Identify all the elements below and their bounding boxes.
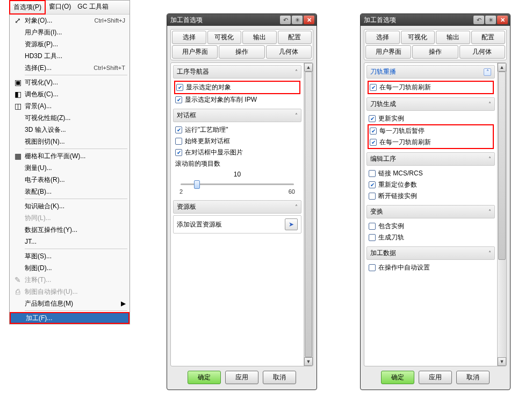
menu-item[interactable]: 3D 输入设备...: [10, 124, 130, 136]
tab-select[interactable]: 选择: [172, 31, 206, 44]
chk-refresh-before-gen[interactable]: 在每一刀轨前刷新: [369, 137, 493, 148]
checkbox-icon[interactable]: [175, 96, 182, 103]
slider-track[interactable]: [181, 183, 294, 185]
scroll-down-icon[interactable]: ▼: [304, 357, 313, 366]
menu-item[interactable]: 草图(S)...: [10, 250, 130, 262]
chk-reset-params[interactable]: 重新定位参数: [368, 179, 494, 190]
tab-operation[interactable]: 操作: [412, 45, 458, 59]
tab-config[interactable]: 配置: [471, 31, 506, 44]
chk-include-instance[interactable]: 包含实例: [368, 221, 494, 232]
section-transform[interactable]: 变换˄: [366, 205, 495, 218]
chk-run-tech-row[interactable]: 运行"工艺助理": [174, 124, 300, 136]
scroll-thumb[interactable]: [305, 72, 312, 357]
menu-item[interactable]: ◧调色板(C)...: [10, 88, 130, 100]
tab-operation[interactable]: 操作: [219, 45, 264, 59]
chk-always-update-row[interactable]: 始终更新对话框: [174, 136, 300, 147]
checkbox-icon[interactable]: [369, 170, 376, 177]
section-machining-data[interactable]: 加工数据˄: [366, 246, 495, 260]
chk-pause-each[interactable]: 每一刀轨后暂停: [369, 125, 493, 137]
menu-item[interactable]: ▣可视化(V)...: [10, 76, 130, 88]
close-icon[interactable]: ✕: [497, 16, 508, 24]
checkbox-icon[interactable]: [175, 149, 182, 156]
menu-item[interactable]: ▦栅格和工作平面(W)...: [10, 150, 130, 162]
section-resource-board[interactable]: 资源板˄: [173, 200, 301, 214]
tab-select[interactable]: 选择: [365, 31, 400, 44]
tab-visualize[interactable]: 可视化: [401, 31, 435, 44]
menu-item[interactable]: 装配(B)...: [10, 186, 130, 197]
checkbox-icon[interactable]: [175, 126, 182, 133]
scroll-thumb[interactable]: [498, 72, 506, 260]
ok-button[interactable]: 确定: [381, 371, 414, 384]
checkbox-icon[interactable]: [369, 234, 376, 241]
checkbox-icon[interactable]: [370, 84, 377, 91]
menu-item[interactable]: 制图(D)...: [10, 262, 130, 274]
cancel-button[interactable]: 取消: [456, 371, 490, 384]
section-edit-operation[interactable]: 编辑工序˄: [366, 152, 495, 166]
section-toolpath-replay[interactable]: 刀轨重播˄: [366, 65, 495, 79]
section-toolpath-generate[interactable]: 刀轨生成˄: [366, 97, 495, 111]
cancel-button[interactable]: 取消: [263, 371, 296, 384]
gear-icon[interactable]: ✳: [485, 16, 496, 24]
chk-show-pics-row[interactable]: 在对话框中显示图片: [174, 147, 300, 158]
undo-icon[interactable]: ↶: [280, 16, 291, 24]
menu-item[interactable]: 加工(F)...: [10, 312, 130, 324]
checkbox-icon[interactable]: [175, 138, 182, 145]
menubar-window[interactable]: 窗口(O): [46, 1, 74, 14]
menu-item[interactable]: 用户界面(I)...: [10, 26, 130, 38]
menu-item[interactable]: ⤢对象(O)...Ctrl+Shift+J: [10, 15, 130, 26]
tab-geometry[interactable]: 几何体: [266, 45, 312, 59]
add-resource-button[interactable]: ➤: [285, 218, 298, 230]
tab-visualize[interactable]: 可视化: [207, 31, 242, 44]
menu-item[interactable]: 可视化性能(Z)...: [10, 112, 130, 124]
checkbox-icon[interactable]: [369, 115, 376, 122]
checkbox-icon[interactable]: [370, 128, 377, 135]
checkbox-icon[interactable]: [369, 223, 376, 230]
menu-item[interactable]: 选择(E)...Ctrl+Shift+T: [10, 62, 130, 74]
scroll-up-icon[interactable]: ▲: [498, 63, 506, 72]
apply-button[interactable]: 应用: [419, 371, 452, 384]
tab-output[interactable]: 输出: [242, 31, 277, 44]
checkbox-icon[interactable]: [369, 181, 376, 188]
menu-item[interactable]: 数据互操作性(Y)...: [10, 224, 130, 236]
gear-icon[interactable]: ✳: [292, 16, 303, 24]
tab-ui[interactable]: 用户界面: [365, 45, 411, 59]
menu-item[interactable]: 视图剖切(N)...: [10, 136, 130, 147]
checkbox-icon[interactable]: [369, 264, 376, 271]
menu-item[interactable]: 产品制造信息(M)▶: [10, 298, 130, 309]
chk-generate-path[interactable]: 生成刀轨: [368, 232, 494, 243]
item-count-slider[interactable]: 10 260: [174, 169, 300, 197]
menu-item[interactable]: JT...: [10, 236, 130, 247]
tab-output[interactable]: 输出: [436, 31, 470, 44]
menubar-toolbox[interactable]: GC 工具箱: [74, 1, 111, 14]
chk-show-ipw-row[interactable]: 显示选定对象的车削 IPW: [174, 94, 300, 105]
slider-thumb[interactable]: [194, 180, 200, 189]
checkbox-icon[interactable]: [176, 84, 183, 91]
chk-refresh-before-replay[interactable]: 在每一刀轨前刷新: [368, 81, 494, 94]
chk-break-link[interactable]: 断开链接实例: [368, 190, 494, 202]
menu-item[interactable]: ◫背景(A)...: [10, 100, 130, 112]
chk-update-instance[interactable]: 更新实例: [368, 113, 494, 124]
scrollbar[interactable]: ▲ ▼: [304, 63, 313, 366]
menu-item[interactable]: 电子表格(R)...: [10, 174, 130, 186]
apply-button[interactable]: 应用: [225, 371, 258, 384]
menubar-preferences[interactable]: 首选项(P): [9, 0, 46, 15]
tab-config[interactable]: 配置: [278, 31, 312, 44]
menu-item[interactable]: 测量(U)...: [10, 162, 130, 174]
close-icon[interactable]: ✕: [304, 16, 314, 24]
ok-button[interactable]: 确定: [188, 371, 221, 384]
tab-ui[interactable]: 用户界面: [172, 45, 218, 59]
chk-link-mcs[interactable]: 链接 MCS/RCS: [368, 168, 494, 179]
chk-show-selected-row[interactable]: 显示选定的对象: [174, 81, 300, 94]
scrollbar[interactable]: ▲ ▼: [497, 63, 506, 366]
menu-item[interactable]: 资源板(P)...: [10, 38, 130, 50]
chk-auto-set[interactable]: 在操作中自动设置: [368, 262, 494, 273]
scroll-down-icon[interactable]: ▼: [498, 357, 506, 366]
undo-icon[interactable]: ↶: [473, 16, 484, 24]
menu-item[interactable]: HD3D 工具...: [10, 50, 130, 62]
section-dialog[interactable]: 对话框˄: [173, 109, 301, 122]
checkbox-icon[interactable]: [370, 139, 377, 146]
menu-item[interactable]: 知识融合(K)...: [10, 200, 130, 212]
scroll-up-icon[interactable]: ▲: [304, 63, 313, 72]
checkbox-icon[interactable]: [369, 193, 376, 200]
section-operation-navigator[interactable]: 工序导航器˄: [173, 65, 301, 79]
